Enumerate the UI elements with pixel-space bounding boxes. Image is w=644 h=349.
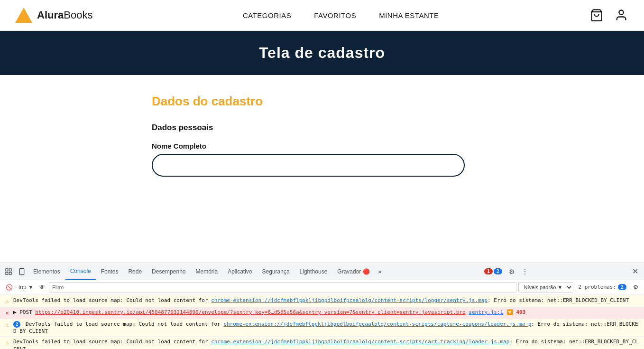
warn-icon-2: ⚠ [4, 321, 10, 329]
page-title: Tela de cadastro [0, 44, 644, 62]
console-text-4: DevTools failed to load source map: Coul… [13, 338, 640, 349]
devtools-device-icon[interactable] [15, 265, 28, 278]
eye-icon-button[interactable]: 👁 [37, 283, 47, 292]
console-message-3: ⚠ 2 DevTools failed to load source map: … [0, 319, 644, 337]
levels-select[interactable]: Níveis padrão ▼ [518, 282, 573, 292]
nav-minha-estante[interactable]: MINHA ESTANTE [379, 11, 439, 19]
problems-label: 2 problemas: [578, 284, 616, 290]
devtools-panel: Elementos Console Fontes Rede Desempenho… [0, 263, 644, 349]
subsection-title: Dados pessoais [152, 123, 644, 132]
svg-rect-5 [6, 272, 8, 274]
devtools-settings-icon[interactable]: ⚙ [505, 265, 518, 278]
hero-banner: Tela de cadastro [0, 31, 644, 75]
tab-lighthouse[interactable]: Lighthouse [295, 263, 333, 280]
svg-rect-2 [6, 269, 8, 271]
warn-icon-1: ⚠ [4, 297, 10, 305]
logo[interactable]: AluraBooks [15, 8, 92, 23]
tab-memoria[interactable]: Memória [191, 263, 223, 280]
svg-rect-3 [9, 269, 11, 271]
console-link-3[interactable]: sentry.js:1 [469, 309, 503, 315]
tab-gravador[interactable]: Gravador 🔴 [332, 263, 375, 280]
console-link-5[interactable]: chrome-extension://jdcfmebflppkljibgpdlb… [211, 339, 509, 345]
error-count: 1 2 [481, 268, 505, 274]
svg-point-1 [619, 10, 623, 15]
nav-links: CATEGORIAS FAVORITOS MINHA ESTANTE [243, 11, 439, 19]
devtools-tabs: Elementos Console Fontes Rede Desempenho… [28, 263, 385, 280]
problems-badge: 2 [618, 284, 626, 290]
cart-icon[interactable] [589, 8, 604, 23]
context-label: top [18, 284, 27, 291]
message-badge: 2 [494, 268, 502, 274]
user-icon[interactable] [614, 8, 629, 23]
console-link-1[interactable]: chrome-extension://jdcfmebflppkljibgpdlb… [211, 297, 488, 303]
navbar-icons [589, 8, 629, 23]
tab-rede[interactable]: Rede [123, 263, 147, 280]
svg-rect-6 [19, 268, 24, 274]
problems-count: 2 problemas: 2 [575, 284, 629, 290]
console-text-3: 2 DevTools failed to load source map: Co… [13, 321, 640, 335]
devtools-more-icon[interactable]: ⋮ [518, 265, 532, 278]
console-context-button[interactable]: top ▼ [17, 283, 36, 292]
console-toolbar: 🚫 top ▼ 👁 Níveis padrão ▼ 2 problemas: 2… [0, 280, 644, 294]
console-link-4[interactable]: chrome-extension://jdcfmebflppkljibgpdlb… [223, 321, 531, 327]
console-filter-input[interactable] [49, 282, 517, 292]
tab-seguranca[interactable]: Segurança [258, 263, 295, 280]
console-link-2[interactable]: https://o20410.ingest.sentry.io/api/4504… [35, 309, 465, 315]
navbar: AluraBooks CATEGORIAS FAVORITOS MINHA ES… [0, 0, 644, 31]
tab-aplicativo[interactable]: Aplicativo [223, 263, 257, 280]
nav-favoritos[interactable]: FAVORITOS [314, 11, 356, 19]
logo-text: AluraBooks [37, 9, 92, 21]
main-content: Dados do cadastro Dados pessoais Nome Co… [0, 75, 644, 263]
nome-completo-label: Nome Completo [152, 142, 644, 150]
tab-desempenho[interactable]: Desempenho [147, 263, 191, 280]
console-text-1: DevTools failed to load source map: Coul… [13, 297, 640, 304]
console-settings-icon[interactable]: ⚙ [631, 283, 640, 292]
nav-categorias[interactable]: CATEGORIAS [243, 11, 291, 19]
error-badge: 1 [484, 268, 493, 274]
console-message-4: ⚠ DevTools failed to load source map: Co… [0, 337, 644, 349]
tab-elementos[interactable]: Elementos [28, 263, 65, 280]
warn-icon-3: ⚠ [4, 339, 10, 347]
warn-badge-2: 2 [13, 321, 20, 328]
svg-rect-4 [9, 272, 11, 274]
section-title: Dados do cadastro [152, 94, 644, 109]
devtools-header: Elementos Console Fontes Rede Desempenho… [0, 263, 644, 280]
console-output: ⚠ DevTools failed to load source map: Co… [0, 294, 644, 349]
devtools-close-button[interactable]: ✕ [628, 267, 642, 276]
clear-console-button[interactable]: 🚫 [4, 283, 15, 292]
error-icon-1: ✕ [4, 309, 10, 317]
console-message-1: ⚠ DevTools failed to load source map: Co… [0, 295, 644, 307]
logo-triangle-icon [15, 8, 32, 23]
devtools-inspect-icon[interactable] [2, 265, 15, 278]
more-tabs-button[interactable]: » [375, 263, 385, 280]
tab-fontes[interactable]: Fontes [96, 263, 124, 280]
nome-completo-input[interactable] [152, 154, 465, 177]
console-text-2: ▶ POST https://o20410.ingest.sentry.io/a… [13, 309, 640, 316]
console-message-2: ✕ ▶ POST https://o20410.ingest.sentry.io… [0, 307, 644, 319]
tab-console[interactable]: Console [65, 263, 96, 280]
